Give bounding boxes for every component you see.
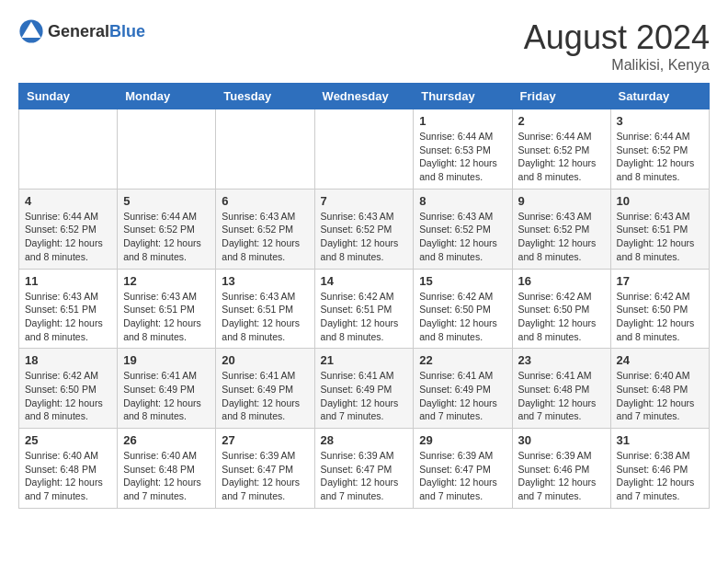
calendar-day-cell xyxy=(19,109,118,190)
calendar-day-cell: 7Sunrise: 6:43 AMSunset: 6:52 PMDaylight… xyxy=(314,189,414,269)
calendar-day-cell: 14Sunrise: 6:42 AMSunset: 6:51 PMDayligh… xyxy=(314,269,414,349)
day-info: Sunrise: 6:43 AMSunset: 6:52 PMDaylight:… xyxy=(222,210,308,264)
calendar-day-cell: 31Sunrise: 6:38 AMSunset: 6:46 PMDayligh… xyxy=(610,429,709,509)
weekday-header-thursday: Thursday xyxy=(414,84,512,109)
day-info: Sunrise: 6:44 AMSunset: 6:52 PMDaylight:… xyxy=(25,210,111,264)
day-info: Sunrise: 6:38 AMSunset: 6:46 PMDaylight:… xyxy=(617,449,703,503)
calendar-week-row: 18Sunrise: 6:42 AMSunset: 6:50 PMDayligh… xyxy=(19,349,710,429)
day-number: 2 xyxy=(518,114,605,128)
calendar-day-cell xyxy=(118,109,216,190)
calendar-day-cell: 18Sunrise: 6:42 AMSunset: 6:50 PMDayligh… xyxy=(19,349,118,429)
calendar-day-cell: 20Sunrise: 6:41 AMSunset: 6:49 PMDayligh… xyxy=(216,349,314,429)
weekday-header-wednesday: Wednesday xyxy=(314,84,414,109)
calendar-day-cell: 27Sunrise: 6:39 AMSunset: 6:47 PMDayligh… xyxy=(216,429,314,509)
day-number: 4 xyxy=(25,194,111,208)
day-info: Sunrise: 6:44 AMSunset: 6:52 PMDaylight:… xyxy=(518,130,605,184)
weekday-header-friday: Friday xyxy=(512,84,610,109)
day-info: Sunrise: 6:43 AMSunset: 6:52 PMDaylight:… xyxy=(518,210,605,264)
day-number: 7 xyxy=(321,194,408,208)
day-info: Sunrise: 6:41 AMSunset: 6:49 PMDaylight:… xyxy=(123,369,210,423)
calendar-day-cell: 15Sunrise: 6:42 AMSunset: 6:50 PMDayligh… xyxy=(414,269,512,349)
calendar-day-cell: 4Sunrise: 6:44 AMSunset: 6:52 PMDaylight… xyxy=(19,189,118,269)
day-number: 25 xyxy=(25,433,111,447)
day-info: Sunrise: 6:43 AMSunset: 6:51 PMDaylight:… xyxy=(222,290,308,344)
calendar-day-cell: 13Sunrise: 6:43 AMSunset: 6:51 PMDayligh… xyxy=(216,269,314,349)
day-info: Sunrise: 6:42 AMSunset: 6:50 PMDaylight:… xyxy=(617,290,703,344)
day-info: Sunrise: 6:39 AMSunset: 6:46 PMDaylight:… xyxy=(518,449,605,503)
day-number: 21 xyxy=(321,353,408,367)
day-info: Sunrise: 6:39 AMSunset: 6:47 PMDaylight:… xyxy=(222,449,308,503)
day-info: Sunrise: 6:44 AMSunset: 6:52 PMDaylight:… xyxy=(617,130,703,184)
day-number: 3 xyxy=(617,114,703,128)
month-year-title: August 2024 xyxy=(524,18,710,57)
calendar-week-row: 25Sunrise: 6:40 AMSunset: 6:48 PMDayligh… xyxy=(19,429,710,509)
day-number: 23 xyxy=(518,353,605,367)
calendar-week-row: 11Sunrise: 6:43 AMSunset: 6:51 PMDayligh… xyxy=(19,269,710,349)
calendar-day-cell: 26Sunrise: 6:40 AMSunset: 6:48 PMDayligh… xyxy=(118,429,216,509)
day-info: Sunrise: 6:43 AMSunset: 6:51 PMDaylight:… xyxy=(25,290,111,344)
location-subtitle: Malikisi, Kenya xyxy=(524,57,710,74)
day-info: Sunrise: 6:43 AMSunset: 6:52 PMDaylight:… xyxy=(321,210,408,264)
calendar-day-cell: 10Sunrise: 6:43 AMSunset: 6:51 PMDayligh… xyxy=(610,189,709,269)
calendar-day-cell xyxy=(216,109,314,190)
calendar-week-row: 4Sunrise: 6:44 AMSunset: 6:52 PMDaylight… xyxy=(19,189,710,269)
calendar-day-cell: 22Sunrise: 6:41 AMSunset: 6:49 PMDayligh… xyxy=(414,349,512,429)
day-number: 12 xyxy=(123,274,210,288)
day-number: 8 xyxy=(419,194,506,208)
calendar-day-cell: 9Sunrise: 6:43 AMSunset: 6:52 PMDaylight… xyxy=(512,189,610,269)
day-number: 19 xyxy=(123,353,210,367)
day-info: Sunrise: 6:42 AMSunset: 6:50 PMDaylight:… xyxy=(25,369,111,423)
calendar-day-cell: 21Sunrise: 6:41 AMSunset: 6:49 PMDayligh… xyxy=(314,349,414,429)
calendar-day-cell: 6Sunrise: 6:43 AMSunset: 6:52 PMDaylight… xyxy=(216,189,314,269)
day-info: Sunrise: 6:42 AMSunset: 6:51 PMDaylight:… xyxy=(321,290,408,344)
weekday-header-monday: Monday xyxy=(118,84,216,109)
day-info: Sunrise: 6:43 AMSunset: 6:51 PMDaylight:… xyxy=(617,210,703,264)
calendar-day-cell: 11Sunrise: 6:43 AMSunset: 6:51 PMDayligh… xyxy=(19,269,118,349)
day-number: 29 xyxy=(419,433,506,447)
day-number: 13 xyxy=(222,274,308,288)
day-info: Sunrise: 6:42 AMSunset: 6:50 PMDaylight:… xyxy=(419,290,506,344)
day-number: 15 xyxy=(419,274,506,288)
day-info: Sunrise: 6:43 AMSunset: 6:52 PMDaylight:… xyxy=(419,210,506,264)
calendar-day-cell: 23Sunrise: 6:41 AMSunset: 6:48 PMDayligh… xyxy=(512,349,610,429)
day-number: 26 xyxy=(123,433,210,447)
calendar-day-cell: 3Sunrise: 6:44 AMSunset: 6:52 PMDaylight… xyxy=(610,109,709,190)
day-number: 28 xyxy=(321,433,408,447)
svg-rect-2 xyxy=(26,35,36,38)
logo-blue: Blue xyxy=(109,22,145,40)
day-info: Sunrise: 6:44 AMSunset: 6:53 PMDaylight:… xyxy=(419,130,506,184)
calendar-day-cell: 1Sunrise: 6:44 AMSunset: 6:53 PMDaylight… xyxy=(414,109,512,190)
calendar-day-cell xyxy=(314,109,414,190)
day-number: 5 xyxy=(123,194,210,208)
weekday-header-row: SundayMondayTuesdayWednesdayThursdayFrid… xyxy=(19,84,710,109)
calendar-day-cell: 12Sunrise: 6:43 AMSunset: 6:51 PMDayligh… xyxy=(118,269,216,349)
day-number: 17 xyxy=(617,274,703,288)
day-info: Sunrise: 6:40 AMSunset: 6:48 PMDaylight:… xyxy=(123,449,210,503)
day-number: 31 xyxy=(617,433,703,447)
page-header: GeneralBlue August 2024 Malikisi, Kenya xyxy=(18,18,710,74)
day-info: Sunrise: 6:44 AMSunset: 6:52 PMDaylight:… xyxy=(123,210,210,264)
calendar-day-cell: 17Sunrise: 6:42 AMSunset: 6:50 PMDayligh… xyxy=(610,269,709,349)
day-number: 14 xyxy=(321,274,408,288)
calendar-day-cell: 16Sunrise: 6:42 AMSunset: 6:50 PMDayligh… xyxy=(512,269,610,349)
calendar-day-cell: 30Sunrise: 6:39 AMSunset: 6:46 PMDayligh… xyxy=(512,429,610,509)
day-number: 6 xyxy=(222,194,308,208)
day-info: Sunrise: 6:43 AMSunset: 6:51 PMDaylight:… xyxy=(123,290,210,344)
calendar-day-cell: 5Sunrise: 6:44 AMSunset: 6:52 PMDaylight… xyxy=(118,189,216,269)
day-number: 30 xyxy=(518,433,605,447)
day-info: Sunrise: 6:41 AMSunset: 6:49 PMDaylight:… xyxy=(321,369,408,423)
day-info: Sunrise: 6:41 AMSunset: 6:49 PMDaylight:… xyxy=(222,369,308,423)
day-number: 11 xyxy=(25,274,111,288)
calendar-day-cell: 25Sunrise: 6:40 AMSunset: 6:48 PMDayligh… xyxy=(19,429,118,509)
calendar-day-cell: 8Sunrise: 6:43 AMSunset: 6:52 PMDaylight… xyxy=(414,189,512,269)
day-number: 16 xyxy=(518,274,605,288)
day-number: 20 xyxy=(222,353,308,367)
calendar-day-cell: 29Sunrise: 6:39 AMSunset: 6:47 PMDayligh… xyxy=(414,429,512,509)
day-number: 9 xyxy=(518,194,605,208)
calendar-table: SundayMondayTuesdayWednesdayThursdayFrid… xyxy=(18,83,710,509)
day-number: 1 xyxy=(419,114,506,128)
day-info: Sunrise: 6:40 AMSunset: 6:48 PMDaylight:… xyxy=(25,449,111,503)
day-info: Sunrise: 6:40 AMSunset: 6:48 PMDaylight:… xyxy=(617,369,703,423)
day-info: Sunrise: 6:42 AMSunset: 6:50 PMDaylight:… xyxy=(518,290,605,344)
day-number: 18 xyxy=(25,353,111,367)
